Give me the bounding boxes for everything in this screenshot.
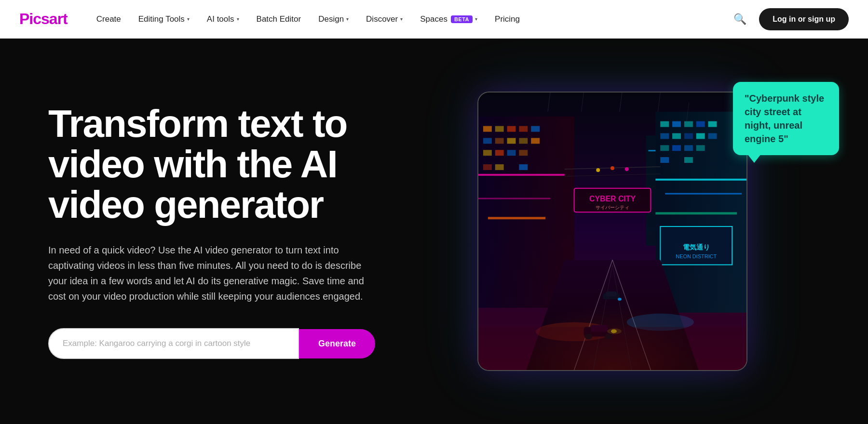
hero-description: In need of a quick video? Use the AI vid… [48,242,376,304]
nav-item-spaces[interactable]: Spaces BETA ▾ [420,14,477,24]
cyberpunk-image-frame: 電気通り NEON DISTRICT [477,92,747,371]
hero-title: Transform text to video with the AI vide… [48,104,376,225]
logo[interactable]: Picsart [19,10,68,28]
nav-label-spaces: Spaces [420,14,448,24]
hero-section: Transform text to video with the AI vide… [0,0,868,424]
nav-item-ai-tools[interactable]: AI tools ▾ [207,14,239,24]
nav-label-ai-tools: AI tools [207,14,234,24]
beta-badge: BETA [451,15,473,23]
search-icon: 🔍 [733,13,746,25]
nav-label-batch-editor: Batch Editor [257,14,301,24]
speech-bubble: "Cyberpunk style city street at night, u… [733,82,839,155]
nav-item-pricing[interactable]: Pricing [495,14,520,24]
cyberpunk-city-illustration: 電気通り NEON DISTRICT [478,93,746,370]
login-button[interactable]: Log in or sign up [759,8,849,30]
nav-label-discover: Discover [366,14,398,24]
hero-left: Transform text to video with the AI vide… [48,104,395,359]
generate-button[interactable]: Generate [299,329,375,358]
video-prompt-input[interactable] [48,328,299,359]
nav-label-create: Create [96,14,121,24]
nav-links: Create Editing Tools ▾ AI tools ▾ Batch … [96,14,731,24]
chevron-down-icon: ▾ [346,16,349,22]
search-button[interactable]: 🔍 [731,10,749,28]
hero-right: 電気通り NEON DISTRICT [395,63,829,400]
nav-item-batch-editor[interactable]: Batch Editor [257,14,301,24]
nav-item-discover[interactable]: Discover ▾ [366,14,403,24]
nav-item-design[interactable]: Design ▾ [318,14,349,24]
nav-item-editing-tools[interactable]: Editing Tools ▾ [138,14,190,24]
speech-bubble-text: "Cyberpunk style city street at night, u… [745,93,824,144]
chevron-down-icon: ▾ [400,16,403,22]
nav-label-editing-tools: Editing Tools [138,14,185,24]
hero-input-row: Generate [48,328,376,359]
nav-item-create[interactable]: Create [96,14,121,24]
svg-rect-87 [478,93,746,370]
navbar: Picsart Create Editing Tools ▾ AI tools … [0,0,868,39]
chevron-down-icon: ▾ [187,16,190,22]
chevron-down-icon: ▾ [237,16,239,22]
nav-label-pricing: Pricing [495,14,520,24]
chevron-down-icon: ▾ [475,16,477,22]
nav-label-design: Design [318,14,344,24]
nav-right: 🔍 Log in or sign up [731,8,849,30]
